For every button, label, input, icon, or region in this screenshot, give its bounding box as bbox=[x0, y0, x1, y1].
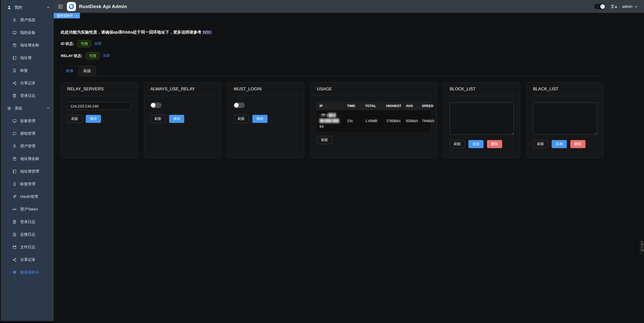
app-title: RustDesk Api Admin bbox=[79, 4, 127, 9]
card-title: RELAY_SERVERS bbox=[61, 83, 137, 96]
card-must-login: MUST_LOGIN 刷新 保存 bbox=[227, 82, 304, 158]
card-title: MUST_LOGIN bbox=[228, 83, 304, 96]
sidebar-section-system[interactable]: 系统 bbox=[1, 102, 54, 115]
sidebar-item-share-records-mgmt[interactable]: 分享记录 bbox=[1, 253, 54, 266]
tab-label: 服务端命令 bbox=[57, 13, 73, 18]
refresh-button[interactable]: 刷新 bbox=[150, 115, 166, 123]
chat-bubble-icon bbox=[12, 131, 17, 136]
relay-refresh-link[interactable]: 刷新 bbox=[103, 53, 110, 58]
delete-button[interactable]: 删除 bbox=[570, 140, 585, 148]
notebook-icon bbox=[12, 169, 17, 174]
always-use-relay-switch[interactable] bbox=[150, 102, 162, 108]
relay-servers-input[interactable] bbox=[67, 102, 131, 110]
theme-toggle[interactable]: ☾ bbox=[594, 4, 605, 9]
redacted-text: ██.███.███ bbox=[319, 119, 339, 123]
sidebar-item-device-mgmt[interactable]: 设备管理 bbox=[1, 115, 54, 127]
save-button[interactable]: 保存 bbox=[252, 115, 267, 123]
sidebar-item-label: 用户管理 bbox=[20, 144, 35, 149]
usage-table: IP TIME TOTAL HIGHEST AVG SPEED ::ffff:1… bbox=[317, 102, 431, 131]
card-usage: USAGE IP TIME TOTAL HIGHEST AVG SPEED bbox=[311, 82, 437, 158]
sidebar-item-addressbook-name[interactable]: 地址簿名称 bbox=[1, 39, 54, 51]
sidebar-item-oauth-mgmt[interactable]: Oauth管理 bbox=[1, 190, 54, 203]
sidebar-collapse-button[interactable] bbox=[58, 4, 63, 9]
must-login-switch[interactable] bbox=[234, 102, 245, 108]
delete-button[interactable]: 删除 bbox=[487, 140, 502, 148]
clipboard-icon bbox=[12, 94, 17, 98]
sidebar-item-user-token[interactable]: 用户Token bbox=[1, 203, 54, 216]
sidebar-item-share-records[interactable]: 分享记录 bbox=[1, 77, 54, 89]
sidebar-item-label: 分享记录 bbox=[20, 81, 35, 86]
sidebar-item-addressbook-name-mgmt[interactable]: 地址簿名称 bbox=[1, 152, 54, 165]
sidebar-item-label: 设备管理 bbox=[20, 119, 35, 123]
add-button[interactable]: 添加 bbox=[552, 140, 567, 148]
mode-tabs: 简单 高级 bbox=[61, 66, 605, 76]
notebook-icon bbox=[12, 56, 17, 60]
refresh-button[interactable]: 刷新 bbox=[533, 140, 548, 148]
refresh-button[interactable]: 刷新 bbox=[234, 115, 249, 123]
sidebar-item-login-logs[interactable]: 登录日志 bbox=[1, 89, 54, 102]
card-title: ALWAYS_USE_RELAY bbox=[144, 83, 221, 96]
col-avg: AVG bbox=[403, 102, 419, 110]
card-black-list: BLACK_LIST 刷新 添加 删除 bbox=[527, 82, 603, 158]
bookmark-icon bbox=[12, 182, 17, 186]
sidebar-item-server-commands[interactable]: 服务端命令 bbox=[1, 266, 54, 279]
col-highest: HIGHEST bbox=[384, 102, 403, 110]
sidebar-item-login-logs-mgmt[interactable]: 登录日志 bbox=[1, 216, 54, 228]
refresh-button[interactable]: 刷新 bbox=[317, 136, 332, 144]
col-ip: IP bbox=[317, 102, 344, 110]
sidebar-item-label: 地址簿名称 bbox=[20, 156, 39, 161]
relay-status-row: RELAY 状态: 可用 刷新 bbox=[61, 52, 644, 59]
user-menu[interactable]: admin bbox=[622, 4, 637, 9]
top-header: RustDesk Api Admin ☾ 文A admin bbox=[54, 0, 644, 13]
usage-highest-cell: 2780kb/s bbox=[384, 110, 403, 131]
tab-server-commands[interactable]: 服务端命令 × bbox=[54, 13, 80, 18]
save-button[interactable]: 保存 bbox=[169, 115, 184, 123]
id-status-label: ID 状态: bbox=[61, 41, 74, 46]
usage-avg-cell: 505kb/s bbox=[403, 110, 419, 131]
sidebar-item-label: 用户信息 bbox=[20, 18, 35, 22]
sidebar: 我的 用户信息 我的设备 地址簿名称 地址簿 标签 bbox=[1, 0, 54, 321]
sidebar-item-label: 地址簿 bbox=[20, 56, 32, 60]
sidebar-item-label: 我的设备 bbox=[20, 30, 35, 35]
sidebar-item-tag-mgmt[interactable]: 标签管理 bbox=[1, 178, 54, 190]
switch-knob bbox=[151, 103, 155, 107]
sidebar-item-user-mgmt[interactable]: 用户管理 bbox=[1, 140, 54, 152]
add-button[interactable]: 添加 bbox=[468, 140, 484, 148]
tab-simple[interactable]: 简单 bbox=[61, 66, 78, 76]
person-icon bbox=[12, 144, 17, 148]
translate-icon[interactable]: 文A bbox=[610, 5, 617, 9]
id-status-row: ID 状态: 可用 刷新 bbox=[61, 40, 644, 47]
sidebar-item-my-devices[interactable]: 我的设备 bbox=[1, 26, 54, 39]
block-list-textarea[interactable] bbox=[450, 102, 514, 135]
bookmark-icon bbox=[12, 68, 17, 73]
sidebar-item-label: 标签管理 bbox=[20, 182, 35, 186]
sidebar-section-my[interactable]: 我的 bbox=[1, 1, 54, 14]
tab-advanced[interactable]: 高级 bbox=[78, 66, 96, 76]
sidebar-item-user-info[interactable]: 用户信息 bbox=[1, 14, 54, 26]
edge-minimap-widget[interactable] bbox=[640, 240, 644, 255]
close-icon[interactable]: × bbox=[75, 14, 77, 17]
sidebar-item-label: 地址簿管理 bbox=[20, 169, 39, 174]
sidebar-item-addressbook[interactable]: 地址簿 bbox=[1, 51, 54, 64]
card-title: USAGE bbox=[311, 83, 437, 96]
sidebar-item-connection-logs[interactable]: 连接日志 bbox=[1, 228, 54, 241]
monitor-icon bbox=[12, 119, 17, 123]
sidebar-item-addressbook-mgmt[interactable]: 地址簿管理 bbox=[1, 165, 54, 178]
refresh-button[interactable]: 刷新 bbox=[67, 115, 82, 123]
sidebar-item-group-mgmt[interactable]: 群组管理 bbox=[1, 127, 54, 140]
card-always-use-relay: ALWAYS_USE_RELAY 刷新 保存 bbox=[144, 82, 221, 158]
usage-table-header: IP TIME TOTAL HIGHEST AVG SPEED bbox=[317, 102, 431, 110]
sidebar-item-tags[interactable]: 标签 bbox=[1, 64, 54, 77]
wiki-link[interactable]: WIKI bbox=[203, 30, 212, 34]
share-icon bbox=[12, 81, 17, 85]
refresh-button[interactable]: 刷新 bbox=[450, 140, 465, 148]
black-list-textarea[interactable] bbox=[533, 102, 597, 135]
box-icon bbox=[12, 245, 17, 249]
usage-total-cell: 1.40MB bbox=[363, 110, 384, 131]
id-refresh-link[interactable]: 刷新 bbox=[95, 41, 102, 46]
save-button[interactable]: 保存 bbox=[86, 115, 101, 123]
sidebar-item-file-logs[interactable]: 文件日志 bbox=[1, 241, 54, 253]
col-time: TIME bbox=[344, 102, 363, 110]
clipboard-icon bbox=[12, 220, 17, 224]
sidebar-item-label: 连接日志 bbox=[20, 232, 35, 237]
